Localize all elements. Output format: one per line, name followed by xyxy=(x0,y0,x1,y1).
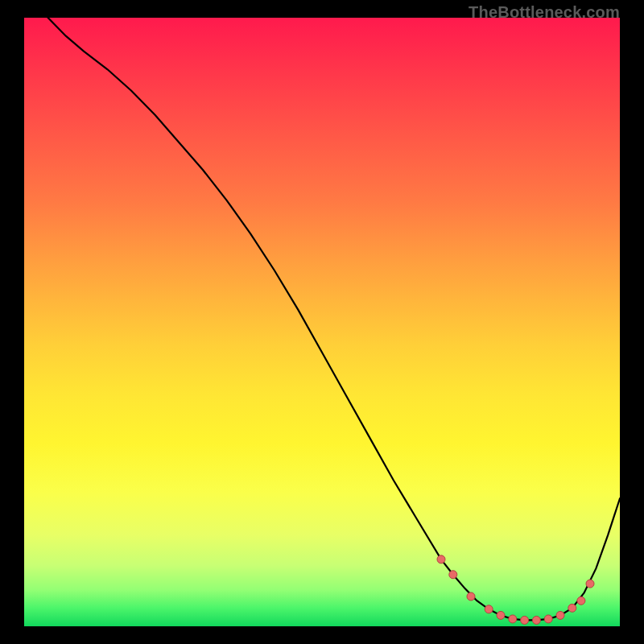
curve-marker xyxy=(497,611,505,619)
marker-group xyxy=(437,555,594,625)
curve-marker xyxy=(467,592,475,601)
curve-marker xyxy=(556,611,564,619)
curve-marker xyxy=(532,616,540,624)
curve-marker xyxy=(577,597,585,605)
curve-marker xyxy=(521,616,529,624)
curve-marker xyxy=(568,604,576,612)
curve-marker xyxy=(437,555,445,564)
curve-path xyxy=(48,18,620,620)
curve-marker xyxy=(544,615,552,623)
curve-marker xyxy=(485,605,493,613)
curve-marker xyxy=(586,580,594,588)
chart-frame: TheBottleneck.com xyxy=(0,0,644,644)
curve-marker xyxy=(509,615,517,623)
curve-marker xyxy=(449,571,457,579)
bottleneck-curve xyxy=(24,18,620,626)
